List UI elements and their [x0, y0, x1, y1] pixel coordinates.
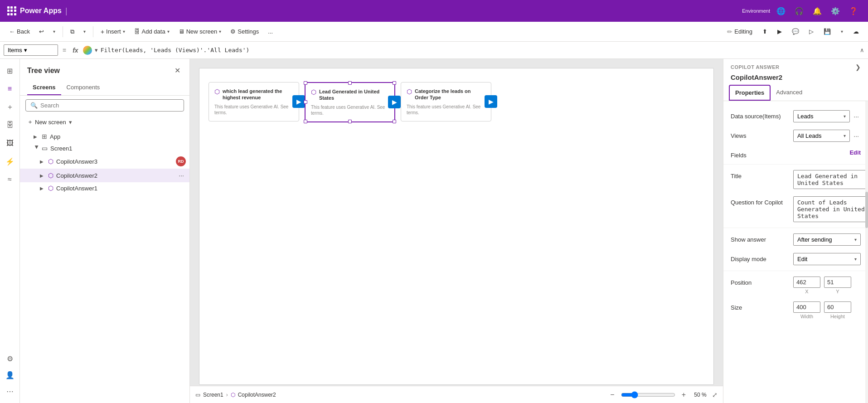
insert-button[interactable]: + Insert ▾ [97, 26, 129, 38]
card3-play-button[interactable]: ▶ [485, 95, 497, 108]
bell-icon-btn[interactable]: 🔔 [810, 4, 824, 18]
help-icon-btn[interactable]: ❓ [846, 4, 861, 18]
back-button[interactable]: ← Back [5, 26, 34, 37]
insert-icon-btn[interactable]: ＋ [2, 99, 18, 115]
show-answer-label: Show answer [731, 233, 790, 243]
tab-components[interactable]: Components [61, 80, 106, 95]
account-icon-btn[interactable]: 👤 [2, 367, 18, 383]
plus-icon: + [101, 28, 104, 35]
formula-dropdown-chevron: ▾ [24, 47, 27, 53]
show-answer-dropdown[interactable]: After sending ▾ [793, 233, 861, 246]
title-value: Lead Generated in United States [793, 170, 868, 189]
copy-button[interactable]: ⧉ [67, 26, 78, 38]
copy-chevron[interactable]: ▾ [80, 27, 89, 36]
tree-item-screen1[interactable]: ▶ ▭ Screen1 [20, 142, 189, 154]
size-height-input[interactable] [824, 301, 851, 313]
app-name: Power Apps [20, 7, 62, 15]
headset-icon-btn[interactable]: 🎧 [792, 4, 806, 18]
more-vert-icon-btn[interactable]: ⋯ [2, 383, 18, 399]
copilotanswer2-more-button[interactable]: ··· [177, 171, 186, 180]
new-screen-chevron[interactable]: ▾ [69, 119, 72, 126]
preview-button[interactable]: ▶ [774, 26, 786, 37]
editing-button[interactable]: ✏ Editing [723, 26, 756, 38]
copilot-card-3[interactable]: ⬡ Categorize the leads on Order Type Thi… [401, 82, 491, 121]
add-data-button[interactable]: 🗄 Add data ▾ [131, 26, 173, 37]
new-screen-row[interactable]: ＋ New screen ▾ [20, 115, 189, 129]
new-screen-button[interactable]: 🖥 New screen ▾ [175, 26, 225, 37]
position-y-input[interactable] [824, 277, 851, 288]
fields-edit-button[interactable]: Edit [849, 149, 861, 156]
copilot2-icon: ⬡ [48, 172, 53, 179]
size-value: Width Height [793, 301, 861, 319]
zoom-fit-button[interactable]: ⤢ [712, 391, 718, 398]
undo-chevron[interactable]: ▾ [49, 27, 59, 36]
connectors-icon-btn[interactable]: ⚡ [2, 153, 18, 170]
right-panel-expand-button[interactable]: ❯ [855, 63, 861, 71]
search-input[interactable] [40, 102, 179, 109]
home-icon-btn[interactable]: ⊞ [2, 63, 18, 79]
position-x-input[interactable] [793, 277, 820, 288]
card2-play-button[interactable]: ▶ [388, 96, 401, 108]
tree-item-app[interactable]: ▶ ⊞ App [20, 131, 189, 142]
formula-expand-icon[interactable]: ∧ [860, 47, 864, 53]
tab-screens[interactable]: Screens [27, 80, 61, 95]
title-input[interactable]: Lead Generated in United States [793, 170, 868, 189]
media-icon-btn[interactable]: 🖼 [2, 135, 18, 151]
size-width-input[interactable] [793, 301, 820, 313]
views-dropdown[interactable]: All Leads ▾ [793, 130, 850, 142]
card1-play-button[interactable]: ▶ [292, 95, 305, 108]
tab-properties[interactable]: Properties [729, 85, 771, 101]
breadcrumb-copilotanswer2[interactable]: CopilotAnswer2 [238, 392, 276, 398]
copilot-card-2[interactable]: ⬡ Lead Generated in United States This f… [305, 82, 395, 122]
tree-view-icon-btn[interactable]: ≡ [2, 81, 18, 97]
tree-item-copilotanswer1[interactable]: ▶ ⬡ CopilotAnswer1 [20, 182, 189, 194]
breadcrumb-screen1[interactable]: Screen1 [203, 392, 223, 398]
views-more-button[interactable]: ··· [852, 131, 861, 141]
prop-fields: Fields Edit [723, 146, 868, 162]
question-input[interactable]: Count of Leads Generated in United State… [793, 196, 868, 222]
share-button[interactable]: ⬆ [759, 26, 771, 37]
gear-icon-btn[interactable]: ⚙️ [828, 4, 843, 18]
card2-header: ⬡ Lead Generated in United States [311, 88, 389, 102]
data-icon-btn[interactable]: 🗄 [2, 117, 18, 133]
handle-ml [304, 100, 307, 104]
zoom-out-button[interactable]: − [607, 390, 617, 400]
new-screen-label: New screen [186, 28, 218, 35]
save-button[interactable]: 💾 [820, 26, 834, 37]
zoom-slider[interactable] [621, 391, 675, 398]
prop-data-source: Data source(Items) Leads ▾ ··· [723, 107, 868, 126]
database-icon: 🗄 [134, 28, 140, 35]
comments-button[interactable]: 💬 [788, 26, 803, 37]
play-button[interactable]: ▷ [805, 26, 817, 37]
tree-item-copilotanswer2[interactable]: ▶ ⬡ CopilotAnswer2 ··· [20, 169, 189, 182]
new-screen-button-tree[interactable]: ＋ New screen [27, 118, 66, 126]
save-chevron[interactable]: ▾ [837, 27, 847, 36]
tab-advanced[interactable]: Advanced [771, 85, 808, 101]
prop-divider-2 [723, 228, 868, 228]
settings-button[interactable]: ⚙ Settings [227, 26, 262, 37]
more-button[interactable]: ... [264, 26, 276, 37]
variables-icon-btn[interactable]: ≈ [2, 171, 18, 188]
zoom-in-button[interactable]: + [679, 390, 689, 400]
world-icon-btn[interactable]: 🌐 [774, 4, 788, 18]
card2-subtitle: This feature uses Generative AI. See ter… [311, 104, 389, 116]
formula-input[interactable] [101, 47, 857, 53]
new-screen-label-tree: New screen [35, 119, 66, 126]
data-source-more-button[interactable]: ··· [852, 111, 861, 122]
formula-dropdown-arrow[interactable]: ▾ [95, 47, 98, 53]
toolbar: ← Back ↩ ▾ ⧉ ▾ + Insert ▾ 🗄 Add data ▾ 🖥… [0, 22, 868, 42]
copilot-card-1[interactable]: ⬡ which lead generated the highest reven… [209, 82, 299, 121]
display-mode-dropdown[interactable]: Edit ▾ [793, 253, 861, 265]
data-source-text: Leads [797, 113, 813, 120]
formula-dropdown[interactable]: Items ▾ [4, 44, 58, 56]
undo-button[interactable]: ↩ [35, 26, 48, 37]
data-source-dropdown[interactable]: Leads ▾ [793, 110, 850, 122]
tree-close-button[interactable]: ✕ [173, 64, 182, 77]
panel-scrollbar[interactable] [865, 101, 868, 403]
right-panel-body: Data source(Items) Leads ▾ ··· Views All… [723, 101, 868, 403]
sep1 [63, 26, 63, 37]
right-panel-tabs: Properties Advanced [723, 85, 868, 101]
cloud-save-button[interactable]: ☁ [849, 26, 863, 37]
tree-item-copilotanswer3[interactable]: ▶ ⬡ CopilotAnswer3 RD [20, 154, 189, 169]
settings-icon-btn[interactable]: ⚙ [2, 350, 18, 367]
